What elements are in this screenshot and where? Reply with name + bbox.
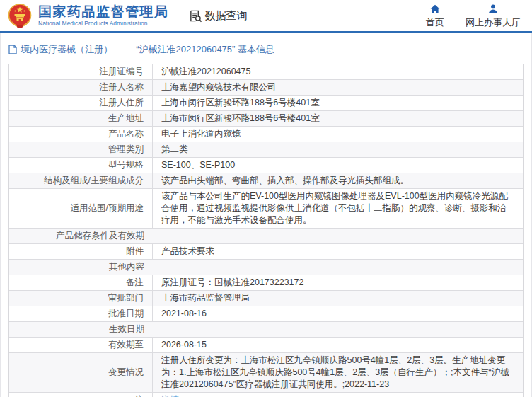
table-row: 结构及组成/主要组成成分 该产品由头端部、弯曲部、插入部、操作部及导光插头部组成… xyxy=(9,173,523,188)
data-query-label: 数据查询 xyxy=(205,9,248,23)
row-label: 审批部门 xyxy=(9,291,153,306)
row-value: 上海市闵行区新骏环路188号6号楼401室 xyxy=(153,96,523,110)
row-label: 适用范围/预期用途 xyxy=(9,189,153,228)
home-icon xyxy=(430,4,440,14)
row-value: SE-100、SE-P100 xyxy=(153,158,523,173)
row-value: 2026-08-15 xyxy=(153,338,523,352)
nav-service-hall-label: 网上办事大厅 xyxy=(466,16,521,29)
site-title-block: 国家药品监督管理局 National Medical Products Admi… xyxy=(38,5,169,27)
row-label: 管理类别 xyxy=(9,142,153,157)
site-title: 国家药品监督管理局 xyxy=(38,5,169,19)
row-value: 电子上消化道内窥镜 xyxy=(153,127,523,142)
table-row: 注册人住所 上海市闵行区新骏环路188号6号楼401室 xyxy=(9,95,523,110)
row-label: 产品名称 xyxy=(9,127,153,142)
row-value: 沪械注准20212060475 xyxy=(153,64,523,79)
national-emblem-logo xyxy=(7,3,33,28)
row-value xyxy=(153,229,523,243)
row-value xyxy=(153,322,523,337)
nav-home-label: 首页 xyxy=(426,16,444,29)
table-row: 变更情况 注册人住所变更为：上海市松江区九亭镇顺庆路500号4幢1层、2层、3层… xyxy=(9,352,523,392)
header-right: 首页 网上办事大厅 xyxy=(426,3,521,29)
row-value: 详情 xyxy=(153,393,523,397)
table-row: 产品储存条件及有效期 xyxy=(9,228,523,243)
table-row: 产品名称 电子上消化道内窥镜 xyxy=(9,126,523,142)
row-value: 上海市药品监督管理局 xyxy=(153,291,523,306)
row-label: 备注 xyxy=(9,275,153,290)
header-left: 国家药品监督管理局 National Medical Products Admi… xyxy=(7,3,248,28)
table-row: 注册证编号 沪械注准20212060475 xyxy=(9,64,523,79)
data-query-icon xyxy=(189,9,202,23)
breadcrumb-text: 境内医疗器械（注册） —— “沪械注准20212060475” 基本信息 xyxy=(21,43,274,56)
table-row: 附件 产品技术要求 xyxy=(9,243,523,259)
row-value: 第二类 xyxy=(153,142,523,157)
table-row: 有效期至 2026-08-15 xyxy=(9,337,523,352)
table-row: 生效日期 xyxy=(9,321,523,337)
note-label: 注 xyxy=(135,394,144,397)
row-label: 结构及组成/主要组成成分 xyxy=(9,173,153,188)
table-row: 其他内容 xyxy=(9,259,523,275)
table-row: 审批部门 上海市药品监督管理局 xyxy=(9,290,523,306)
row-label: 批准日期 xyxy=(9,306,153,321)
row-label: 型号规格 xyxy=(9,158,153,173)
nav-home[interactable]: 首页 xyxy=(426,4,444,29)
row-value: 上海嘉望内窥镜技术有限公司 xyxy=(153,80,523,95)
registration-info-table: 注册证编号 沪械注准20212060475 注册人名称 上海嘉望内窥镜技术有限公… xyxy=(8,64,524,397)
row-label: 注册人住所 xyxy=(9,96,153,110)
row-label: 其他内容 xyxy=(9,260,153,275)
row-value: 上海市闵行区新骏环路188号6号楼401室 xyxy=(153,111,523,126)
row-label: 生产地址 xyxy=(9,111,153,126)
site-header: 国家药品监督管理局 National Medical Products Admi… xyxy=(0,0,532,33)
table-row: 型号规格 SE-100、SE-P100 xyxy=(9,157,523,173)
document-icon xyxy=(8,45,17,54)
row-label: 产品储存条件及有效期 xyxy=(9,229,153,243)
site-subtitle: National Medical Products Administration xyxy=(38,21,169,27)
detail-link[interactable]: 详情 xyxy=(161,394,179,397)
user-icon xyxy=(488,4,498,14)
nav-data-query[interactable]: 数据查询 xyxy=(189,9,248,23)
table-row-note: 注 详情 xyxy=(9,392,523,397)
row-value: 该产品与本公司生产的EV-100型医用内窥镜图像处理器及EVL-100型医用内窥… xyxy=(153,189,523,228)
row-label: 注 xyxy=(9,393,153,397)
row-value: 2021-08-16 xyxy=(153,306,523,321)
row-label: 生效日期 xyxy=(9,322,153,337)
table-row: 生产地址 上海市闵行区新骏环路188号6号楼401室 xyxy=(9,110,523,126)
main-content: 境内医疗器械（注册） —— “沪械注准20212060475” 基本信息 注册证… xyxy=(0,33,532,397)
table-row: 批准日期 2021-08-16 xyxy=(9,306,523,321)
breadcrumb: 境内医疗器械（注册） —— “沪械注准20212060475” 基本信息 xyxy=(8,33,524,64)
page: 国家药品监督管理局 National Medical Products Admi… xyxy=(0,0,532,397)
row-value: 产品技术要求 xyxy=(153,244,523,259)
table-row: 管理类别 第二类 xyxy=(9,142,523,157)
table-row: 适用范围/预期用途 该产品与本公司生产的EV-100型医用内窥镜图像处理器及EV… xyxy=(9,188,523,228)
row-value: 原注册证号：国械注准20173223172 xyxy=(153,275,523,290)
table-row: 备注 原注册证号：国械注准20173223172 xyxy=(9,275,523,290)
row-label: 附件 xyxy=(9,244,153,259)
row-label: 有效期至 xyxy=(9,338,153,352)
row-label: 注册人名称 xyxy=(9,80,153,95)
row-label: 注册证编号 xyxy=(9,64,153,79)
row-label: 变更情况 xyxy=(9,353,153,392)
table-row: 注册人名称 上海嘉望内窥镜技术有限公司 xyxy=(9,79,523,95)
row-value: 该产品由头端部、弯曲部、插入部、操作部及导光插头部组成。 xyxy=(153,173,523,188)
row-value xyxy=(153,260,523,275)
row-value: 注册人住所变更为：上海市松江区九亭镇顺庆路500号4幢1层、2层、3层。生产地址… xyxy=(153,353,523,392)
nav-service-hall[interactable]: 网上办事大厅 xyxy=(466,4,521,29)
